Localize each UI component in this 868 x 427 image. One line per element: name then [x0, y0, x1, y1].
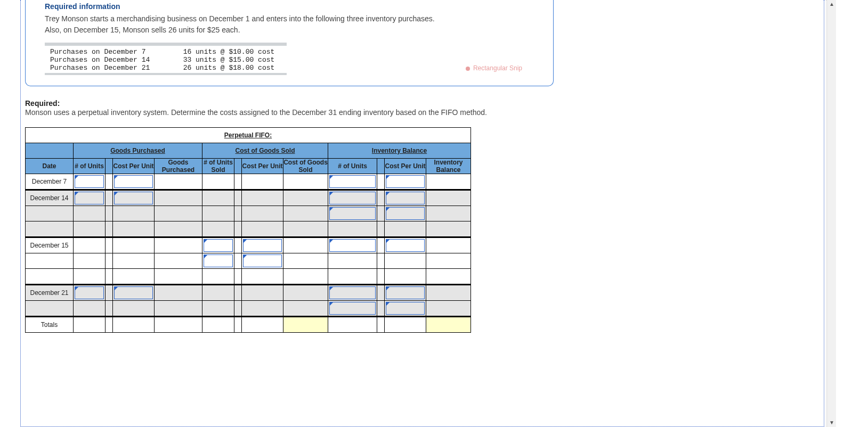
cell: [377, 268, 385, 284]
cell: [242, 268, 283, 284]
inv-total-cell: [426, 174, 471, 190]
cell: [155, 221, 202, 237]
scroll-down-icon[interactable]: ▼: [828, 418, 836, 427]
inv-cost-input[interactable]: [385, 237, 426, 253]
inv-cost-input[interactable]: [385, 206, 426, 221]
row-label: [26, 300, 74, 316]
cell: [106, 253, 113, 268]
vertical-scrollbar[interactable]: ▲ ▼: [827, 0, 836, 427]
inv-cost-input[interactable]: [385, 300, 426, 316]
cell: [377, 221, 385, 237]
cell: [113, 221, 155, 237]
group-header-row: Goods Purchased Cost of Goods Sold Inven…: [26, 143, 471, 158]
row-label: Totals: [26, 316, 74, 332]
gp-cost-input[interactable]: [113, 284, 155, 300]
gp-units-input[interactable]: [74, 284, 106, 300]
fifo-table: Perpetual FIFO: Goods Purchased Cost of …: [25, 127, 471, 333]
inv-total-cell: [426, 268, 471, 284]
cell: [202, 316, 234, 332]
cell: [74, 300, 106, 316]
cell: [202, 300, 234, 316]
at-cell: [377, 190, 385, 206]
at-cell: [377, 284, 385, 300]
inv-units-input[interactable]: [328, 190, 377, 206]
row-dec14-c: [26, 221, 471, 237]
worksheet: Perpetual FIFO: Goods Purchased Cost of …: [25, 127, 824, 333]
cell: [113, 316, 155, 332]
cell: [234, 268, 242, 284]
gp-total-cell: [155, 190, 202, 206]
cell: [202, 206, 234, 221]
inv-units-input[interactable]: [328, 206, 377, 221]
cell: [385, 268, 426, 284]
cell: [113, 206, 155, 221]
cogs-units-input[interactable]: [202, 253, 234, 268]
cell: [377, 253, 385, 268]
scroll-up-icon[interactable]: ▲: [828, 0, 836, 9]
cell: [74, 237, 106, 253]
row-label: December 14: [26, 190, 74, 206]
cell: [202, 221, 234, 237]
gp-cost-input[interactable]: [113, 190, 155, 206]
row-label: December 15: [26, 237, 74, 253]
at-cell: [106, 284, 113, 300]
inv-total-cell: [426, 221, 471, 237]
inv-units-input[interactable]: [328, 237, 377, 253]
cell: [106, 237, 113, 253]
inv-cost-input[interactable]: [385, 174, 426, 190]
gp-units-input[interactable]: [74, 174, 106, 190]
cell: [202, 284, 234, 300]
required-text: Monson uses a perpetual inventory system…: [25, 108, 643, 118]
row-label: [26, 221, 74, 237]
row-dec15-c: [26, 268, 471, 284]
head-gp-total: Goods Purchased: [155, 158, 202, 174]
snip-watermark: Rectangular Snip: [466, 64, 522, 72]
cell: [113, 268, 155, 284]
title-row: Perpetual FIFO:: [26, 127, 471, 143]
cell: [242, 221, 283, 237]
cell: [328, 316, 377, 332]
cell: [74, 268, 106, 284]
table-title: Perpetual FIFO:: [26, 127, 471, 143]
row-dec21-b: [26, 300, 471, 316]
row-label: December 21: [26, 284, 74, 300]
cell: [74, 221, 106, 237]
cell: [113, 253, 155, 268]
inv-units-input[interactable]: [328, 174, 377, 190]
cell: [234, 221, 242, 237]
inv-units-input[interactable]: [328, 284, 377, 300]
cell: [283, 300, 328, 316]
gp-cost-input[interactable]: [113, 174, 155, 190]
head-inv-units: # of Units: [328, 158, 377, 174]
at-cell: [377, 237, 385, 253]
gp-units-input[interactable]: [74, 190, 106, 206]
inv-cost-input[interactable]: [385, 284, 426, 300]
head-cogs-total: Cost of Goods Sold: [283, 158, 328, 174]
cogs-cost-input[interactable]: [242, 253, 283, 268]
column-header-row: Date # of Units Cost Per Unit Goods Purc…: [26, 158, 471, 174]
at-cell: [106, 190, 113, 206]
required-block: Required: Monson uses a perpetual invent…: [25, 99, 643, 118]
inv-total-cell: [426, 284, 471, 300]
info-paragraph-1: Trey Monson starts a merchandising busin…: [45, 14, 538, 24]
head-inv-cost: Cost Per Unit: [385, 158, 426, 174]
cogs-units-input[interactable]: [202, 237, 234, 253]
row-label: [26, 253, 74, 268]
scrollbar-track[interactable]: [828, 9, 836, 418]
purchases-text: Purchases on December 7 16 units @ $10.0…: [45, 46, 538, 72]
group-inventory: Inventory Balance: [328, 143, 471, 158]
inv-cost-input[interactable]: [385, 190, 426, 206]
cell: [283, 190, 328, 206]
cogs-cost-input[interactable]: [242, 237, 283, 253]
dot-icon: [466, 67, 470, 71]
inv-total-cell: [426, 300, 471, 316]
cogs-total-cell: [283, 237, 328, 253]
inv-units-input[interactable]: [328, 300, 377, 316]
inv-total-output: [426, 316, 471, 332]
divider: [45, 73, 287, 75]
cell: [328, 221, 377, 237]
row-totals: Totals: [26, 316, 471, 332]
head-date: Date: [26, 158, 74, 174]
cell: [242, 190, 283, 206]
cell: [74, 316, 106, 332]
